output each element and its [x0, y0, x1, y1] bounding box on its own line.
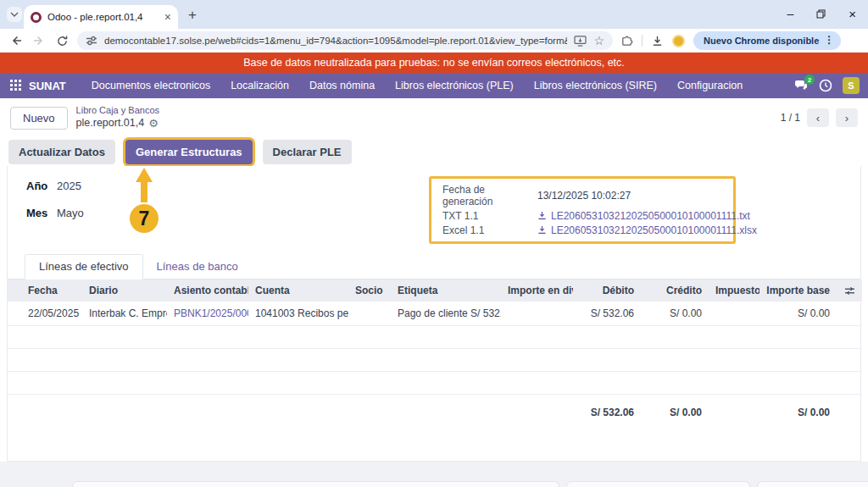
chrome-update-label: Nuevo Chrome disponible — [704, 36, 819, 46]
year-value[interactable]: 2025 — [57, 180, 81, 192]
download-file-icon — [537, 211, 547, 220]
pager-prev-button[interactable]: ‹ — [807, 108, 829, 127]
col-etiqueta[interactable]: Etiqueta — [391, 279, 501, 302]
browser-toolbar: democontable17.solse.pe/web#cids=1&menu_… — [0, 29, 868, 53]
bookmark-star-button[interactable]: ☆ — [593, 35, 604, 47]
declarar-ple-button[interactable]: Declarar PLE — [263, 140, 352, 164]
apps-grid-icon[interactable] — [10, 80, 22, 91]
generation-date-value: 13/12/2025 10:02:27 — [537, 190, 631, 202]
month-value[interactable]: Mayo — [57, 207, 84, 219]
col-cuenta[interactable]: Cuenta — [248, 279, 348, 302]
url-bar[interactable]: democontable17.solse.pe/web#cids=1&menu_… — [77, 31, 613, 50]
reload-icon — [56, 35, 69, 47]
menu-libros-sire[interactable]: Libros electrónicos (SIRE) — [524, 80, 667, 91]
col-impuesto[interactable]: Impuesto — [709, 279, 760, 302]
actualizar-datos-button[interactable]: Actualizar Datos — [8, 140, 115, 164]
col-importe-divisa[interactable]: Importe en divisa — [501, 279, 573, 302]
empty-row[interactable] — [8, 349, 862, 372]
pager-next-button[interactable]: › — [836, 108, 858, 127]
extensions-button[interactable] — [620, 35, 633, 47]
tab-search-button[interactable] — [7, 7, 22, 22]
browser-titlebar: Odoo - ple.report.01,4 × + – × — [0, 0, 868, 29]
browser-tab[interactable]: Odoo - ple.report.01,4 × — [24, 5, 178, 29]
tab-title: Odoo - ple.report.01,4 — [47, 12, 159, 22]
install-app-button[interactable] — [574, 36, 587, 47]
breadcrumb-record: ple.report.01,4 — [76, 117, 145, 130]
txt-file-row: TXT 1.1 LE206053103212025050001010000111… — [442, 210, 726, 222]
new-record-button[interactable]: Nuevo — [10, 107, 68, 130]
col-credito[interactable]: Crédito — [641, 279, 709, 302]
excel-file-row: Excel 1.1 LE2060531032120250500010100001… — [442, 224, 726, 236]
reload-button[interactable] — [54, 33, 70, 48]
navbar-systray: 2 S — [794, 77, 860, 94]
col-socio[interactable]: Socio — [348, 279, 391, 302]
new-tab-button[interactable]: + — [188, 8, 197, 22]
form-statusbar: Actualizar Datos Generar Estructuras Dec… — [0, 137, 868, 166]
total-importe-base: S/ 0.00 — [760, 395, 837, 425]
download-icon — [651, 35, 664, 47]
page-bottom-strip — [0, 462, 868, 487]
restore-button[interactable] — [816, 9, 826, 19]
cell-etiqueta: Pago de cliente S/ 532.... — [391, 302, 501, 326]
cell-asiento-link[interactable]: PBNK1/2025/00016 — [167, 302, 248, 326]
back-button[interactable] — [8, 33, 24, 48]
menu-kebab-icon[interactable]: ⋮ — [824, 38, 834, 42]
col-fecha[interactable]: Fecha — [8, 279, 82, 302]
puzzle-icon — [620, 35, 633, 47]
toolbar-divider — [642, 35, 643, 47]
tab-close-icon[interactable]: × — [164, 11, 171, 23]
col-debito[interactable]: Débito — [573, 279, 641, 302]
adjust-columns-icon — [844, 286, 855, 296]
col-importe-base[interactable]: Importe base — [760, 279, 837, 302]
menu-configuracion[interactable]: Configuracion — [667, 80, 753, 91]
col-asiento[interactable]: Asiento contable — [167, 279, 248, 302]
close-window-button[interactable]: × — [849, 7, 856, 21]
breadcrumb: Libro Caja y Bancos ple.report.01,4 ⚙ — [76, 105, 159, 130]
install-icon — [574, 36, 587, 47]
profile-avatar-icon[interactable] — [672, 35, 685, 47]
excel-download-link[interactable]: LE2060531032120250500010100001111.xlsx — [537, 224, 757, 236]
odoo-navbar: SUNAT Documentos electronicos Localizaci… — [0, 73, 868, 98]
menu-datos-nomina[interactable]: Datos nómina — [299, 80, 385, 91]
menu-localizacion[interactable]: Localización — [220, 80, 299, 91]
col-options[interactable] — [837, 279, 862, 302]
chevron-down-icon — [10, 12, 19, 17]
back-icon — [9, 34, 23, 47]
toolbar-right: Nuevo Chrome disponible ⋮ — [620, 31, 841, 50]
generar-estructuras-button[interactable]: Generar Estructuras — [125, 140, 253, 164]
cutoff-panel — [566, 481, 750, 487]
txt-filename: LE2060531032120250500010100001111.txt — [551, 210, 750, 222]
cell-cuenta: 1041003 Recibos pendi... — [248, 302, 348, 326]
empty-row[interactable] — [8, 326, 862, 349]
month-label: Mes — [26, 207, 57, 219]
table-header-row: Fecha Diario Asiento contable Cuenta Soc… — [8, 279, 862, 302]
col-diario[interactable]: Diario — [82, 279, 167, 302]
table-row[interactable]: 22/05/2025 Interbak C. Empresa PBNK1/202… — [8, 302, 862, 326]
tab-lineas-banco[interactable]: Líneas de banco — [143, 255, 252, 279]
download-file-icon — [537, 225, 547, 235]
form-sheet: Año 2025 Mes Mayo 7 Fecha de generación … — [7, 166, 861, 462]
year-label: Año — [26, 180, 57, 192]
messages-button[interactable]: 2 — [794, 80, 809, 91]
restore-icon — [816, 9, 826, 19]
site-info-icon — [86, 36, 97, 46]
forward-button[interactable] — [31, 33, 47, 48]
minimize-button[interactable]: – — [787, 7, 793, 20]
breadcrumb-title[interactable]: Libro Caja y Bancos — [76, 105, 159, 117]
txt-download-link[interactable]: LE2060531032120250500010100001111.txt — [537, 210, 750, 222]
gear-icon[interactable]: ⚙ — [148, 118, 159, 129]
menu-documentos-electronicos[interactable]: Documentos electronicos — [81, 80, 220, 91]
chrome-update-pill[interactable]: Nuevo Chrome disponible ⋮ — [693, 31, 841, 50]
activities-button[interactable] — [819, 79, 832, 92]
clock-icon — [819, 79, 832, 92]
user-avatar[interactable]: S — [843, 77, 860, 94]
downloads-button[interactable] — [651, 35, 664, 47]
tab-lineas-efectivo[interactable]: Líneas de efectivo — [25, 254, 143, 279]
app-menu-sunat[interactable]: SUNAT — [29, 80, 66, 92]
cell-credito: S/ 0.00 — [641, 302, 709, 326]
pager-count: 1 / 1 — [781, 112, 800, 124]
total-impuesto — [709, 395, 760, 425]
menu-libros-ple[interactable]: Libros electrónicos (PLE) — [385, 80, 524, 91]
empty-row[interactable] — [8, 372, 862, 395]
generation-box: Fecha de generación 13/12/2025 10:02:27 … — [429, 176, 736, 244]
